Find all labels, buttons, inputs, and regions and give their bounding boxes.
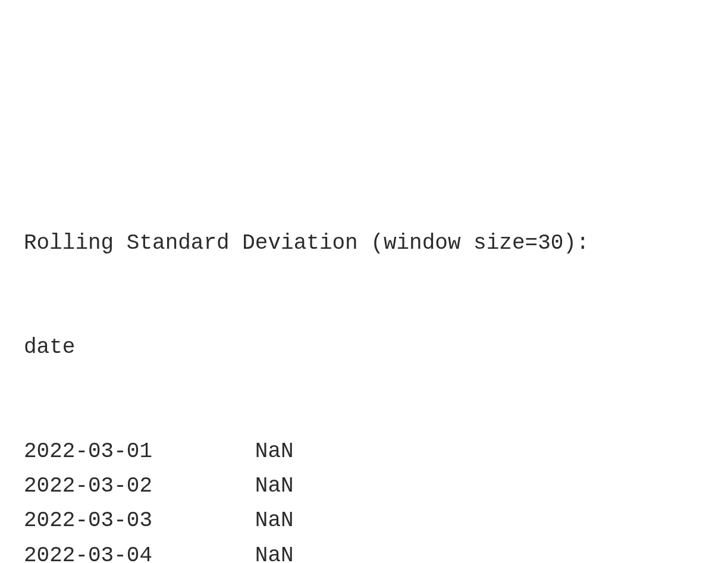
- data-row: 2022-03-01NaN: [24, 434, 704, 469]
- row-date: 2022-03-03: [24, 503, 216, 538]
- row-date: 2022-03-04: [24, 539, 216, 563]
- data-row: 2022-03-04NaN: [24, 539, 704, 563]
- row-value: NaN: [216, 503, 294, 538]
- row-value: NaN: [216, 469, 294, 503]
- data-row: 2022-03-02NaN: [24, 469, 704, 503]
- output-title: Rolling Standard Deviation (window size=…: [24, 226, 704, 261]
- row-value: NaN: [216, 434, 294, 469]
- data-rows-container: 2022-03-01NaN2022-03-02NaN2022-03-03NaN2…: [24, 434, 704, 563]
- row-date: 2022-03-01: [24, 434, 216, 469]
- data-row: 2022-03-03NaN: [24, 503, 704, 538]
- row-date: 2022-03-02: [24, 469, 216, 503]
- row-value: NaN: [216, 539, 294, 563]
- console-output: Rolling Standard Deviation (window size=…: [24, 157, 704, 563]
- index-name: date: [24, 330, 704, 365]
